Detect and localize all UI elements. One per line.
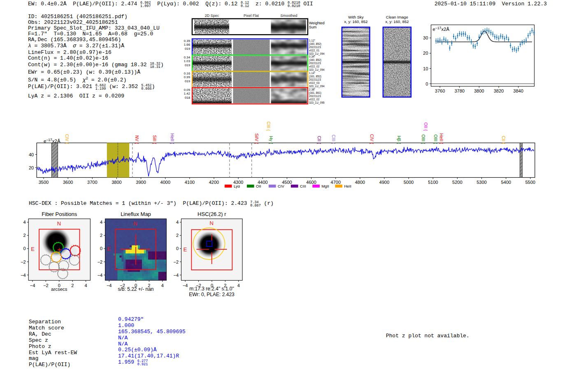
svg-text:−4: −4 xyxy=(30,283,35,288)
svg-text:arcsecs: arcsecs xyxy=(51,287,67,292)
svg-text:0: 0 xyxy=(23,246,26,251)
svg-text:4: 4 xyxy=(176,220,179,225)
svg-text:2: 2 xyxy=(71,283,74,288)
svg-text:−4: −4 xyxy=(183,283,188,288)
svg-text:−2: −2 xyxy=(43,283,49,288)
svg-text:m:17.3 re:2.4" s:1.0": m:17.3 re:2.4" s:1.0" xyxy=(189,286,234,292)
svg-text:HSC(26.2) r: HSC(26.2) r xyxy=(197,211,226,217)
svg-text:N: N xyxy=(133,220,137,227)
svg-text:4: 4 xyxy=(85,283,87,288)
svg-text:Fiber Positions: Fiber Positions xyxy=(42,211,77,217)
svg-text:2: 2 xyxy=(23,233,26,238)
svg-text:E: E xyxy=(107,246,111,252)
svg-text:−4: −4 xyxy=(98,273,103,278)
svg-text:−2: −2 xyxy=(173,260,179,264)
svg-text:4: 4 xyxy=(161,283,164,288)
svg-text:Lineflux Map: Lineflux Map xyxy=(121,211,151,217)
svg-text:EWr: 0, PLAE: 2.423: EWr: 0, PLAE: 2.423 xyxy=(189,292,235,297)
svg-text:0: 0 xyxy=(100,246,102,251)
svg-text:0: 0 xyxy=(176,246,179,251)
svg-text:2: 2 xyxy=(100,233,102,238)
svg-text:−2: −2 xyxy=(98,260,103,264)
svg-text:N: N xyxy=(57,220,61,227)
svg-text:−2: −2 xyxy=(21,260,26,264)
svg-text:E: E xyxy=(183,246,187,253)
svg-text:−4: −4 xyxy=(173,273,179,278)
svg-text:2: 2 xyxy=(176,233,179,238)
svg-text:4: 4 xyxy=(23,220,26,225)
svg-text:N: N xyxy=(210,220,214,226)
svg-text:4: 4 xyxy=(237,283,240,288)
svg-text:−4: −4 xyxy=(21,273,26,278)
svg-text:s/b: 5.22 +/- nan: s/b: 5.22 +/- nan xyxy=(118,286,153,292)
svg-text:−4: −4 xyxy=(107,283,112,288)
svg-text:E: E xyxy=(31,246,35,252)
svg-text:4: 4 xyxy=(100,220,102,225)
